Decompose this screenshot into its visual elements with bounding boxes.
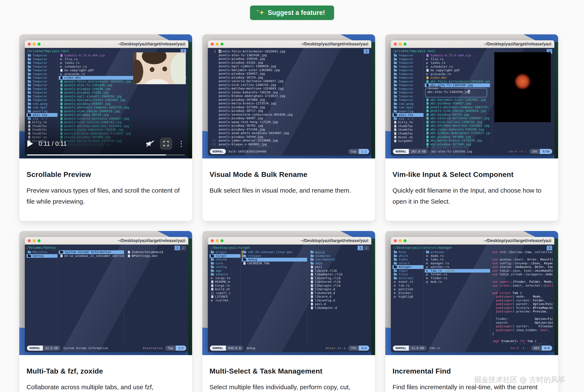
- rename-line: pexels-pixabay-327509.jpg: [209, 106, 370, 109]
- folder-icon: [394, 73, 397, 75]
- mute-icon[interactable]: [146, 140, 154, 148]
- minimize-window-icon: [399, 43, 402, 46]
- parent-column: MacintosVentoy: [26, 250, 57, 344]
- status-bar: NORMAL640.0 Bdebugdrwxr-xr-x75%3/4: [210, 345, 369, 351]
- gear-icon: [426, 65, 429, 68]
- file-icon: [311, 303, 313, 306]
- column-divider: [490, 250, 490, 344]
- rename-input[interactable]: Rename:abc-alex-fu-1302436.jpg: [425, 88, 487, 97]
- rename-line: 1pexels-felix-mittermeier-2832041.jpg: [209, 50, 370, 54]
- status-bar: NORMAL267.6 KBabc-alex-fu-1302436.jpg-rw…: [393, 149, 552, 154]
- status-bar: NORMAL11.9 KBtab.rs-rw-r--r--66%6/9: [393, 345, 552, 351]
- current-path: ~/Desktop/yazi/target: [210, 246, 250, 250]
- preview-column: IndexerVolumeGuidWPSettings.dat: [126, 250, 187, 344]
- window-titlebar: ~/Desktop/yazi/target/release/yazi: [208, 237, 371, 244]
- preview-column: use std::{borrow::Cow, collections::{use…: [492, 250, 553, 344]
- image-icon: [427, 80, 429, 83]
- permissions: -rw-r--r--: [509, 346, 529, 350]
- mode-badge: NORMAL: [210, 346, 226, 351]
- more-options-icon[interactable]: ⋮: [178, 140, 185, 147]
- tab-indicator: 12: [174, 246, 186, 250]
- parent-row: Macintos: [26, 250, 57, 254]
- status-bar: NORMALbulk-1695182855284408Top1:1: [210, 149, 369, 154]
- preview-row: libconfig.d: [309, 299, 370, 302]
- parent-row: config: [209, 265, 240, 269]
- folder-icon: [394, 251, 397, 253]
- folder-icon: [394, 62, 397, 64]
- file-icon: [311, 306, 313, 309]
- gear-icon: [426, 276, 429, 280]
- parent-row: Temporar: [393, 68, 424, 72]
- rename-line: 27pexels-gabriel-peter-719396.jpg: [209, 146, 370, 147]
- card-title: Multi-Tab & fzf, zoxide: [26, 367, 185, 375]
- terminal: /Volumes/Ventoy 12 MacintosVentoy System…: [25, 244, 188, 352]
- file-size: 267.6 KB: [409, 149, 428, 154]
- hovered-file-name: debug: [246, 346, 255, 350]
- video-progress-bar[interactable]: [27, 154, 185, 156]
- card-title: Visual Mode & Bulk Rename: [209, 170, 368, 178]
- file-icon: [211, 284, 213, 287]
- rename-line: pexels-pixabay-158536.jpg: [209, 57, 370, 61]
- terminal-screenshot: ~/Desktop/yazi/target/release/yazi /priv…: [385, 34, 558, 158]
- file-icon: [128, 251, 130, 254]
- folder-icon: [394, 262, 397, 264]
- file-icon: [311, 280, 313, 283]
- video-time: 0:11 / 0:11: [38, 140, 67, 147]
- file-icon: [211, 280, 213, 283]
- image-icon: [427, 139, 429, 142]
- folder-icon: [310, 251, 314, 253]
- video-icon: [427, 76, 429, 79]
- video-controls: 0:11 / 0:11 ⋮: [27, 137, 185, 150]
- parent-row: rustfmt.: [209, 299, 240, 302]
- column-divider: [307, 250, 307, 344]
- mac-window: ~/Desktop/yazi/target/release/yazi /Volu…: [25, 237, 188, 352]
- parent-row: position: [393, 288, 424, 291]
- file-icon: [311, 299, 313, 302]
- rename-line: pexels-marta-branco-1173576.jpg: [209, 102, 370, 106]
- preview-row: examples: [309, 254, 370, 258]
- gear-icon: [426, 280, 429, 284]
- card-title: Vim-like Input & Select Component: [393, 170, 551, 178]
- rename-line: 26pexels-blaque-x-863963.jpg: [209, 142, 370, 146]
- code-line: use tokio::{pin, task::JoinHandle};: [492, 269, 553, 273]
- file-row: abc-benjamin-suter-2362002.jpg: [425, 98, 490, 102]
- image-icon: [427, 98, 429, 101]
- parent-row: shared: [209, 258, 240, 262]
- fullscreen-icon[interactable]: [160, 138, 172, 150]
- card-title: Incremental Find: [393, 367, 551, 375]
- parent-row: select: [393, 262, 424, 265]
- window-title: ~/Desktop/yazi/target/release/yazi: [484, 238, 552, 243]
- tab-indicator: 12: [358, 246, 369, 250]
- file-row: abc-pixabay-327509.jpg: [425, 142, 490, 146]
- close-window-icon: [394, 43, 397, 46]
- file-row: file.rs: [425, 58, 490, 61]
- folder-icon: [310, 262, 314, 264]
- suggest-feature-button[interactable]: ✦ Suggest a feature!: [250, 6, 334, 20]
- play-icon[interactable]: [27, 140, 33, 147]
- gear-icon: [426, 254, 429, 257]
- file-row: Symbols-0.73.0-x64.zip: [425, 54, 490, 58]
- code-line: use tokio_stream::{wrappers::Unbounde: [492, 272, 553, 276]
- folder-icon: [310, 258, 314, 261]
- file-row: x86_64-unknown-linux-gnu: [242, 250, 307, 254]
- code-line: [492, 276, 553, 280]
- parent-row: input: [393, 269, 424, 273]
- file-icon: [394, 121, 396, 124]
- preview-row: libconfig.rlib: [309, 276, 370, 280]
- image-icon: [427, 146, 429, 148]
- file-row: abc-marta-branco-1173576.jpg: [425, 139, 490, 142]
- card-description: Preview various types of files, and scro…: [26, 185, 180, 207]
- permissions: -rw-r--r--: [507, 150, 527, 153]
- parent-row: external: [393, 276, 424, 280]
- preview-row: libshared.d: [309, 291, 370, 295]
- rename-line: pexels-pixabay-358457.jpg: [209, 72, 370, 76]
- terminal-screenshot: ~/Desktop/yazi/target/release/yazi /priv…: [19, 34, 192, 158]
- folder-icon: [394, 266, 397, 268]
- gear-icon: [426, 62, 429, 64]
- mode-badge: NORMAL: [393, 149, 409, 154]
- parent-row: LICENCE: [209, 295, 240, 299]
- rename-line: pexels-asad-photo-maldives-1024967.jpg: [209, 131, 370, 135]
- preview-row: WPSettings.dat: [126, 254, 187, 258]
- file-row: abc-pixabay-36729.jpg: [425, 113, 490, 117]
- terminal: 1 1pexels-felix-mittermeier-2832041.jpgp…: [208, 48, 371, 156]
